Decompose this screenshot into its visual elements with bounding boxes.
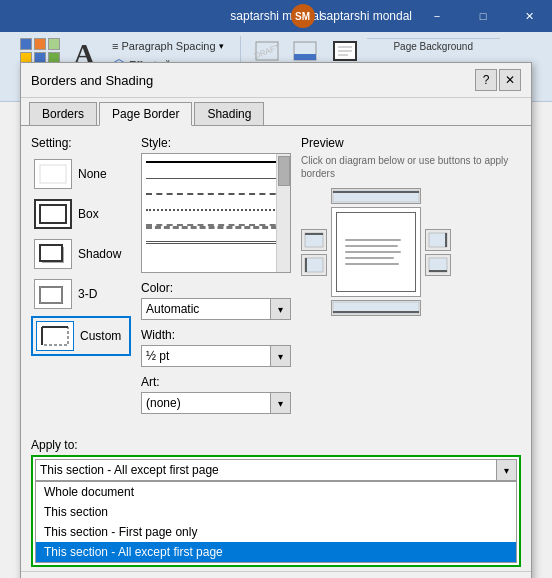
watermark-icon: DRAFT [254, 38, 280, 64]
art-select[interactable]: (none) ▾ [141, 392, 291, 414]
style-line-3[interactable] [142, 186, 290, 202]
art-value: (none) [142, 396, 270, 410]
svg-rect-12 [40, 287, 62, 303]
line-solid-thin [146, 178, 286, 179]
line-dashed [146, 193, 286, 195]
custom-icon [36, 321, 74, 351]
close-window-button[interactable]: ✕ [506, 0, 552, 32]
style-panel: Style: [141, 136, 291, 422]
box-label: Box [78, 207, 99, 221]
setting-box[interactable]: Box [31, 196, 131, 232]
maximize-button[interactable]: □ [460, 0, 506, 32]
preview-bottom-button[interactable] [425, 254, 451, 276]
dialog-close-button[interactable]: ✕ [499, 69, 521, 91]
apply-option-first-page[interactable]: This section - First page only [36, 522, 516, 542]
avatar: SM [291, 4, 315, 28]
preview-hint: Click on diagram below or use buttons to… [301, 154, 521, 180]
paragraph-spacing-button[interactable]: ≡ Paragraph Spacing ▾ [108, 38, 228, 54]
apply-option-section[interactable]: This section [36, 502, 516, 522]
color-swatch-blue [20, 38, 32, 50]
width-group: Width: ½ pt ▾ [141, 328, 291, 367]
style-line-2[interactable] [142, 170, 290, 186]
page-color-icon [292, 38, 318, 64]
custom-label: Custom [80, 329, 121, 343]
preview-canvas [331, 207, 421, 297]
color-dropdown-arrow[interactable]: ▾ [270, 299, 290, 319]
line-solid-thick [146, 161, 286, 163]
color-select[interactable]: Automatic ▾ [141, 298, 291, 320]
apply-section: Apply to: This section - All except firs… [21, 432, 531, 567]
style-scrollbar[interactable] [276, 154, 290, 272]
preview-canvas-border [336, 212, 416, 292]
preview-top-edge-button[interactable] [331, 188, 421, 204]
apply-label: Apply to: [31, 438, 521, 452]
style-line-4[interactable] [142, 202, 290, 218]
shadow-icon [34, 239, 72, 269]
dialog-title: Borders and Shading [31, 73, 153, 88]
none-svg [38, 163, 68, 185]
preview-left-button[interactable] [301, 254, 327, 276]
apply-option-whole[interactable]: Whole document [36, 482, 516, 502]
style-line-6[interactable] [142, 234, 290, 250]
none-label: None [78, 167, 107, 181]
setting-3d[interactable]: 3-D [31, 276, 131, 312]
3d-label: 3-D [78, 287, 97, 301]
apply-dropdown-wrapper: This section - All except first page ▾ W… [31, 455, 521, 567]
right-border-svg [428, 232, 448, 248]
dialog-help-button[interactable]: ? [475, 69, 497, 91]
shadow-label: Shadow [78, 247, 121, 261]
svg-rect-3 [294, 54, 316, 60]
art-group: Art: (none) ▾ [141, 375, 291, 414]
color-swatch-orange [34, 38, 46, 50]
style-line-1[interactable] [142, 154, 290, 170]
setting-custom[interactable]: Custom [31, 316, 131, 356]
svg-rect-25 [429, 233, 447, 247]
3d-icon [34, 279, 72, 309]
tab-borders[interactable]: Borders [29, 102, 97, 125]
width-dropdown-arrow[interactable]: ▾ [270, 346, 290, 366]
style-listbox[interactable] [141, 153, 291, 273]
apply-dropdown[interactable]: This section - All except first page ▾ [35, 459, 517, 481]
3d-svg [38, 283, 68, 305]
svg-rect-11 [40, 245, 62, 261]
width-select[interactable]: ½ pt ▾ [141, 345, 291, 367]
style-line-5[interactable] [142, 218, 290, 234]
svg-rect-19 [305, 258, 323, 272]
bottom-border-svg [428, 257, 448, 273]
art-dropdown-arrow[interactable]: ▾ [270, 393, 290, 413]
none-icon [34, 159, 72, 189]
tab-shading[interactable]: Shading [194, 102, 264, 125]
preview-bottom-edge-button[interactable] [331, 300, 421, 316]
apply-option-all-except[interactable]: This section - All except first page [36, 542, 516, 562]
setting-shadow[interactable]: Shadow [31, 236, 131, 272]
paragraph-spacing-label: Paragraph Spacing [121, 40, 215, 52]
setting-none[interactable]: None [31, 156, 131, 192]
minimize-button[interactable]: − [414, 0, 460, 32]
line-dotted [146, 209, 286, 211]
setting-options: None Box Shadow [31, 156, 131, 356]
user-area: SM saptarshi mondal [291, 4, 412, 28]
color-value: Automatic [142, 302, 270, 316]
box-svg [38, 203, 68, 225]
width-label: Width: [141, 328, 291, 342]
paragraph-spacing-arrow: ▾ [219, 41, 224, 51]
dialog-titlebar: Borders and Shading ? ✕ [21, 63, 531, 98]
svg-rect-8 [40, 165, 66, 183]
scrollbar-thumb [278, 156, 290, 186]
apply-dropdown-list: Whole document This section This section… [35, 481, 517, 563]
paragraph-spacing-icon: ≡ [112, 40, 118, 52]
preview-right-button[interactable] [425, 229, 451, 251]
preview-panel: Preview Click on diagram below or use bu… [301, 136, 521, 422]
title-bar-controls: − □ ✕ [414, 0, 552, 32]
custom-svg [40, 325, 70, 347]
username-label: saptarshi mondal [321, 9, 412, 23]
setting-label: Setting: [31, 136, 131, 150]
art-label: Art: [141, 375, 291, 389]
tab-page-border[interactable]: Page Border [99, 102, 192, 126]
page-borders-icon [332, 38, 358, 64]
apply-dropdown-arrow[interactable]: ▾ [496, 460, 516, 480]
svg-rect-17 [305, 233, 323, 247]
preview-top-button[interactable] [301, 229, 327, 251]
style-group: Style: [141, 136, 291, 273]
line-double [146, 241, 286, 244]
